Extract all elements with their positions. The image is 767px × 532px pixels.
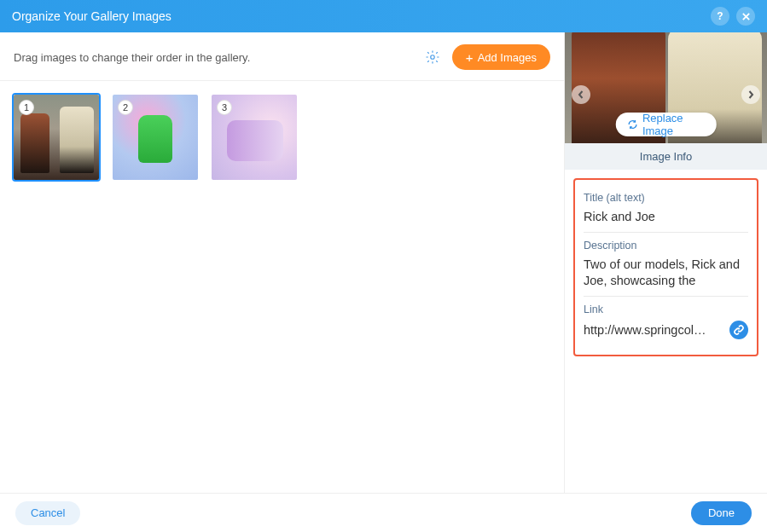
link-label: Link (584, 304, 748, 315)
link-row: http://www.springcol… (584, 321, 748, 339)
chevron-left-icon (577, 90, 585, 99)
instruction-text: Drag images to change their order in the… (14, 51, 425, 64)
plus-icon: + (466, 51, 474, 64)
preview-prev-button[interactable] (572, 85, 590, 104)
gallery-toolbar: Drag images to change their order in the… (0, 32, 564, 81)
chevron-right-icon (747, 90, 755, 99)
description-label: Description (584, 240, 748, 252)
title-value: Rick and Joe (584, 209, 748, 225)
title-label: Title (alt text) (584, 192, 748, 204)
thumbnail-number: 1 (19, 100, 34, 115)
settings-button[interactable] (425, 49, 440, 65)
gear-icon (425, 49, 440, 65)
add-images-button[interactable]: + Add Images (452, 44, 550, 70)
thumbnail[interactable]: 1 (14, 95, 99, 180)
main-area: Drag images to change their order in the… (0, 32, 767, 493)
close-icon (741, 12, 751, 21)
details-pane: Replace Image Image Info Title (alt text… (565, 32, 767, 493)
thumbnail-list: 1 2 3 (0, 81, 564, 194)
image-preview: Replace Image (565, 32, 767, 143)
image-info-header: Image Info (565, 143, 767, 170)
thumbnail-number: 2 (118, 100, 133, 115)
done-button[interactable]: Done (691, 501, 752, 525)
dialog-title: Organize Your Gallery Images (12, 9, 704, 23)
link-field[interactable]: Link http://www.springcol… (584, 296, 748, 346)
link-value: http://www.springcol… (584, 323, 723, 337)
description-field[interactable]: Description Two of our models, Rick and … (584, 232, 748, 296)
link-icon (734, 325, 744, 335)
dialog-header: Organize Your Gallery Images ? (0, 0, 767, 32)
cancel-label: Cancel (31, 506, 65, 519)
help-button[interactable]: ? (711, 7, 729, 26)
thumbnail[interactable]: 3 (212, 95, 297, 180)
link-edit-button[interactable] (729, 321, 748, 339)
close-button[interactable] (736, 7, 755, 26)
cancel-button[interactable]: Cancel (15, 501, 80, 525)
preview-next-button[interactable] (741, 85, 760, 104)
replace-image-label: Replace Image (642, 112, 705, 137)
replace-image-button[interactable]: Replace Image (615, 113, 717, 136)
thumbnail-number: 3 (217, 100, 232, 115)
dialog-footer: Cancel Done (0, 493, 767, 532)
refresh-icon (627, 119, 637, 130)
description-value: Two of our models, Rick and Joe, showcas… (584, 257, 748, 289)
gallery-pane: Drag images to change their order in the… (0, 32, 565, 493)
image-info-panel: Title (alt text) Rick and Joe Descriptio… (573, 178, 758, 356)
svg-point-0 (431, 55, 435, 60)
done-label: Done (708, 506, 735, 519)
thumbnail[interactable]: 2 (113, 95, 198, 180)
help-icon: ? (717, 10, 723, 22)
add-images-label: Add Images (478, 51, 537, 64)
title-field[interactable]: Title (alt text) Rick and Joe (584, 185, 748, 232)
